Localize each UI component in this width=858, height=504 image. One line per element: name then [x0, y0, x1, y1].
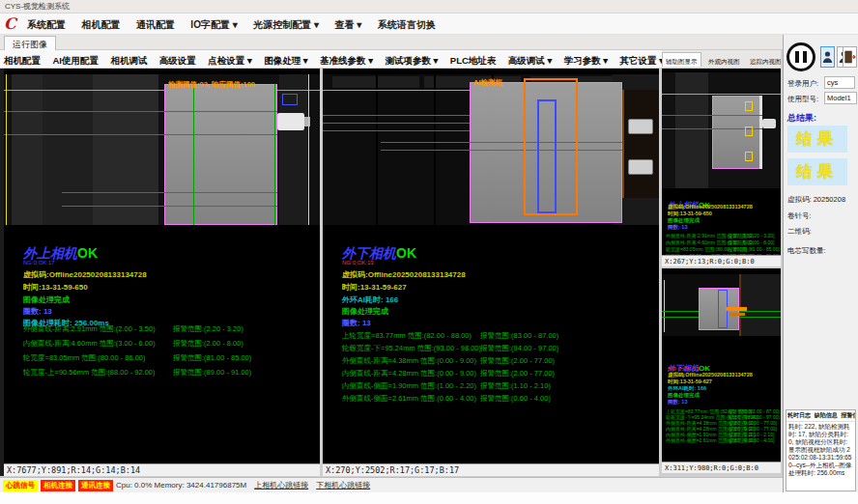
roi-marker-box — [282, 94, 298, 105]
tool-test-params[interactable]: 测试项参数 ▾ — [381, 51, 442, 68]
tool-ai-usage-config[interactable]: AI使用配置 — [48, 51, 102, 68]
pause-icon — [795, 51, 799, 63]
tool-spotcheck-settings[interactable]: 点检设置 ▾ — [204, 51, 255, 68]
measurement-value: 上轮宽度=83.77mm 范围:(82.00 - 88.00) — [342, 331, 472, 341]
log-panel: 耗时日志 缺陷信息 报警信息 耗时: 222, 缺陷检测耗时: 17, 缺陷分类… — [786, 409, 856, 491]
capture-time: 时间:13-31-59-650 — [23, 282, 88, 293]
virtual-code: 虚拟码:Offline20250208133134728 — [342, 269, 466, 280]
measurement-value: 轮宽度-上=90.56mm 范围:(88.00 - 92.00) — [23, 368, 156, 378]
measurement-value: 轮宽度=83.05mm 范围:(80.00 - 86.00) — [23, 353, 146, 363]
model-field[interactable]: Model1 — [824, 92, 857, 104]
virtual-code: 虚拟码:Offline20250208133134728 — [23, 269, 147, 280]
tool-learning-params[interactable]: 学习参数 ▾ — [560, 51, 612, 68]
camera-image-upper-outer[interactable]: 检测阈值:93, 响应阈值:100 — [4, 74, 320, 225]
user-mode-button[interactable] — [820, 46, 835, 68]
pixel-coords-status: X:267;Y:13;R:0;G:0;B:0 — [662, 255, 781, 266]
ok-status: OK — [396, 245, 416, 261]
menu-language-switch[interactable]: 系统语言切换 — [372, 14, 442, 33]
alarm-range: 报警范围:(2.20 - 3.20) — [173, 324, 243, 334]
alarm-range: 报警范围:(1.10 - 2.10) — [480, 381, 551, 391]
menu-system-config[interactable]: 系统配置 — [21, 14, 72, 33]
qr-code-label: 二维码: — [787, 227, 812, 237]
menu-view[interactable]: 查看 ▾ — [329, 14, 367, 33]
window-title: CYS-视觉检测系统 — [5, 2, 70, 11]
tool-baseline-params[interactable]: 基准线参数 ▾ — [316, 51, 377, 68]
lower-camera-heartbeat-link[interactable]: 下相机心跳链接 — [316, 480, 370, 490]
log-text: 耗时: 222, 缺陷检测耗时: 17, 缺陷分类耗时: 0, 缺陷视框分区耗时… — [786, 422, 855, 478]
tab-run-image[interactable]: 运行图像 — [4, 36, 56, 50]
pixel-coords-status: X:311;Y:980;R:0;G:0;B:0 — [662, 462, 781, 473]
ng-ok-counter: NG:0;OK:13 — [342, 260, 374, 266]
user-icon — [822, 50, 833, 64]
log-tab-defect[interactable]: 缺陷信息 — [815, 412, 838, 418]
turn-count: 圈数: 13 — [23, 306, 52, 317]
measurement-value: 内侧直线-距离=4.28mm 范围:(0.00 - 9.00) — [342, 369, 476, 378]
total-result-label: 总结果: — [787, 112, 816, 125]
measurement-value: 轮毂宽度-下=95.24mm 范围:(93.00 - 98.00) — [342, 344, 481, 353]
alarm-range: 报警范围:(81.00 - 85.00) — [728, 246, 780, 252]
tool-plc-address-table[interactable]: PLC地址表 — [446, 51, 500, 68]
fixture-part — [622, 90, 659, 198]
camera-connect-badge: 相机连接 — [41, 480, 75, 491]
tool-advanced-debug[interactable]: 高级调试 ▾ — [504, 51, 556, 68]
tool-image-processing[interactable]: 图像处理 ▾ — [260, 51, 311, 68]
process-done: 图像处理完成 — [668, 217, 700, 224]
measurement-value: 内侧直线-侧面=1.90mm 范围:(1.00 - 2.20) — [342, 381, 476, 391]
tab-aux-display[interactable]: 辅助图显示 — [662, 52, 701, 67]
result-box-upper: 结果 — [787, 126, 847, 153]
pixel-coords-status: X:270;Y:2502;R:17;G:17;B:17 — [323, 463, 659, 476]
tool-advanced-settings[interactable]: 高级设置 — [156, 51, 200, 68]
virtual-code: 虚拟码:Offline20250208133134728 — [668, 204, 753, 210]
aux-image-upper[interactable] — [662, 72, 781, 188]
measurement-value: 外侧直线-距离:2.91mm 范围:(2.00 - 3.50) — [23, 324, 156, 334]
statusbar: 心跳信号 相机连接 通讯连接 Cpu: 0.0% Memory: 3424.41… — [0, 477, 783, 492]
login-user-label: 登录用户: — [787, 79, 818, 89]
exit-button[interactable] — [843, 46, 857, 68]
tool-camera-debug[interactable]: 相机调试 — [106, 51, 151, 68]
upper-camera-heartbeat-link[interactable]: 上相机心跳链接 — [254, 480, 308, 490]
app-window: CYS-视觉检测系统 C 系统配置 相机配置 通讯配置 IO字配置 ▾ 光源控制… — [0, 0, 858, 504]
threshold-overlay: 检测阈值:93, 响应阈值:100 — [168, 80, 255, 90]
measurement-value: 外侧直线-侧面=2.61mm 范围:(0.60 - 4.00) — [342, 394, 476, 404]
cell-write-count-label: 电芯写数量: — [787, 246, 826, 256]
alarm-range: 报警范围:(81.00 - 85.00) — [173, 353, 251, 363]
connector-part — [762, 119, 776, 128]
menu-comm-config[interactable]: 通讯配置 — [130, 14, 181, 33]
aux-view-tabs: 辅助图显示 外观内视图 追踪内视图 — [662, 50, 781, 69]
camera-image-lower-outer[interactable]: AI检测框 — [323, 74, 659, 225]
tool-camera-config[interactable]: 相机配置 — [0, 51, 44, 68]
menu-light-config[interactable]: 光源控制配置 ▾ — [247, 14, 325, 33]
roi-blue-box — [537, 99, 557, 213]
aux-panel-lower: 外下相机OK NG:0;OK:13 虚拟码:Offline20250208133… — [662, 268, 781, 473]
tool-other-settings[interactable]: 其它设置 ▾ — [616, 51, 662, 68]
alarm-range: 报警范围:(0.60 - 4.00) — [480, 394, 551, 404]
ng-ok-counter: NG:0;OK:17 — [23, 260, 55, 266]
log-tab-alarm[interactable]: 报警信息 — [841, 412, 856, 418]
cpu-memory-status: Cpu: 0.0% Memory: 3424.41796875M — [116, 481, 246, 490]
measurement-value: 外侧直线-距离=4.38mm 范围:(0.00 - 9.00) — [342, 356, 476, 366]
login-user-field[interactable]: cys — [824, 76, 855, 89]
pixel-coords-status: X:7677;Y:891;R:14;G:14;B:14 — [4, 463, 320, 476]
pause-button[interactable] — [786, 42, 815, 71]
capture-time: 时间:13-31-59-627 — [668, 378, 712, 385]
log-tab-elapsed[interactable]: 耗时日志 — [787, 412, 811, 418]
virtual-code-label: 虚拟码: — [787, 195, 812, 204]
camera-title: 外上相机 — [23, 245, 77, 261]
aux-panel-upper: 外上相机OK 虚拟码:Offline20250208133134728 时间:1… — [662, 69, 781, 266]
toolbar: 相机配置 AI使用配置 相机调试 高级设置 点检设置 ▾ 图像处理 ▾ 基准线参… — [0, 50, 662, 69]
virtual-code: 虚拟码:Offline20250208133134728 — [668, 372, 753, 378]
ok-status: OK — [77, 245, 98, 261]
capture-time: 时间:13-31-59-627 — [342, 282, 407, 293]
menu-io-config[interactable]: IO字配置 ▾ — [185, 14, 243, 33]
camera-title: 外下相机 — [342, 245, 396, 261]
window-titlebar: CYS-视觉检测系统 — [0, 0, 858, 14]
tabstrip: 运行图像 — [0, 35, 783, 50]
model-label: 使用型号: — [787, 95, 818, 104]
tab-outer-inner-view[interactable]: 外观内视图 — [705, 53, 743, 67]
tab-track-inner-view[interactable]: 追踪内视图 — [747, 53, 781, 67]
process-done: 图像处理完成 — [668, 392, 700, 399]
result-box-lower: 结果 — [787, 158, 847, 185]
menu-camera-config[interactable]: 相机配置 — [75, 14, 126, 33]
alarm-range: 报警范围:(2.00 - 77.00) — [480, 356, 555, 366]
aux-image-lower[interactable] — [662, 274, 781, 336]
